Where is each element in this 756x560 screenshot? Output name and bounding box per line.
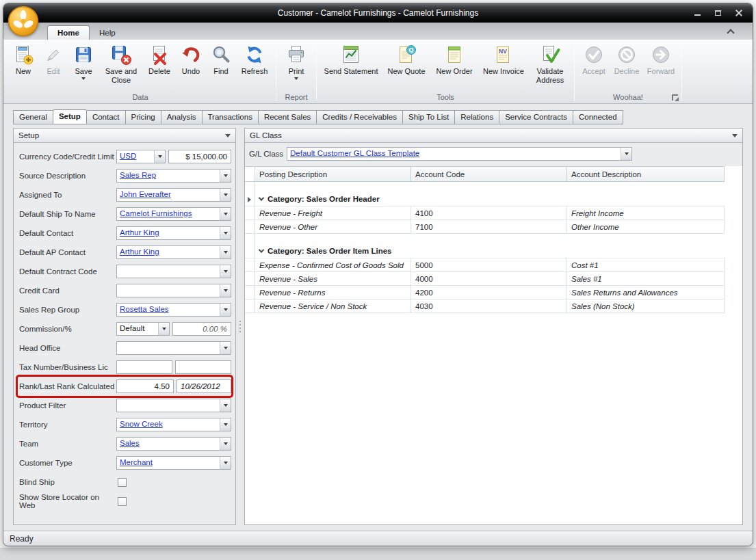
chevron-down-icon[interactable] <box>220 227 231 239</box>
territory-value[interactable]: Snow Creek <box>117 418 220 431</box>
chevron-down-icon[interactable] <box>154 150 165 163</box>
chevron-down-icon[interactable] <box>220 284 231 297</box>
currency-code-combo[interactable]: USD <box>116 150 166 163</box>
sales-rep-group-combo[interactable]: Rosetta Sales <box>116 303 231 317</box>
delete-button[interactable]: Delete <box>143 42 176 77</box>
chevron-down-icon[interactable] <box>81 77 86 80</box>
assigned-to-value[interactable]: John Everafter <box>117 189 220 201</box>
new-quote-button[interactable]: Q New Quote <box>382 42 430 77</box>
ribbon-tab-home[interactable]: Home <box>47 25 90 40</box>
chevron-down-icon[interactable] <box>220 170 231 182</box>
product-filter-combo[interactable] <box>116 399 231 412</box>
gl-class-combo[interactable]: Default Customer GL Class Template <box>287 147 632 161</box>
commission-percent-field[interactable]: 0.00 % <box>172 322 231 336</box>
maximize-button[interactable] <box>710 8 725 18</box>
undo-button[interactable]: Undo <box>176 42 206 77</box>
default-ship-to-name-combo[interactable]: Camelot Furnishings <box>116 207 231 221</box>
column-header-account-code[interactable]: Account Code <box>411 166 567 182</box>
last-rank-calculated-field[interactable]: 10/26/2012 <box>177 379 231 393</box>
table-row[interactable]: Revenue - Returns 4200 Sales Returns and… <box>245 286 742 299</box>
dialog-launcher-icon[interactable] <box>672 94 678 101</box>
business-lic-field[interactable] <box>175 360 231 374</box>
default-ap-contact-value[interactable]: Arthur King <box>117 246 220 258</box>
default-ship-to-name-value[interactable]: Camelot Furnishings <box>117 208 220 220</box>
print-button[interactable]: Print <box>279 42 313 81</box>
table-row[interactable]: Revenue - Freight 4100 Freight Income <box>245 206 742 220</box>
team-combo[interactable]: Sales <box>116 437 231 451</box>
product-filter-value[interactable] <box>117 399 220 412</box>
source-description-value[interactable]: Sales Rep <box>117 170 220 182</box>
chevron-down-icon[interactable] <box>220 265 231 278</box>
forward-button[interactable]: Forward <box>643 42 679 77</box>
send-statement-button[interactable]: Send Statement <box>320 42 382 77</box>
tab-pricing[interactable]: Pricing <box>126 110 161 124</box>
tab-transactions[interactable]: Transactions <box>203 110 259 124</box>
chevron-down-icon[interactable] <box>294 77 298 80</box>
panel-collapse-icon[interactable] <box>225 134 231 137</box>
refresh-button[interactable]: Refresh <box>236 42 273 77</box>
tab-relations[interactable]: Relations <box>455 110 499 124</box>
credit-limit-field[interactable]: $ 15,000.00 <box>168 150 231 163</box>
default-contact-combo[interactable]: Arthur King <box>116 226 231 240</box>
tab-general[interactable]: General <box>13 110 53 124</box>
gl-class-value[interactable]: Default Customer GL Class Template <box>287 148 621 160</box>
commission-value[interactable]: Default <box>117 323 158 335</box>
decline-button[interactable]: Decline <box>610 42 643 77</box>
currency-code-value[interactable]: USD <box>117 150 154 163</box>
chevron-down-icon[interactable] <box>220 399 231 412</box>
tab-analysis[interactable]: Analysis <box>161 110 203 124</box>
chevron-down-icon[interactable] <box>220 304 231 316</box>
credit-card-value[interactable] <box>117 284 220 297</box>
new-order-button[interactable]: New Order <box>430 42 478 77</box>
chevron-down-icon[interactable] <box>220 418 231 431</box>
tax-number-field[interactable] <box>116 360 172 374</box>
default-contract-code-value[interactable] <box>117 265 220 278</box>
head-office-value[interactable] <box>117 342 220 354</box>
tab-ship-to-list[interactable]: Ship To List <box>403 110 455 124</box>
source-description-combo[interactable]: Sales Rep <box>116 169 231 183</box>
team-value[interactable]: Sales <box>117 438 220 450</box>
commission-combo[interactable]: Default <box>116 322 170 336</box>
category-row-sales-order-header[interactable]: Category: Sales Order Header <box>245 192 742 206</box>
new-invoice-button[interactable]: NV New Invoice <box>478 42 529 77</box>
find-button[interactable]: Find <box>206 42 236 77</box>
head-office-combo[interactable] <box>116 341 231 355</box>
customer-type-value[interactable]: Merchant <box>117 457 220 469</box>
accept-button[interactable]: Accept <box>577 42 610 77</box>
default-contact-value[interactable]: Arthur King <box>117 227 220 239</box>
column-header-posting-description[interactable]: Posting Description <box>255 166 411 182</box>
column-header-account-description[interactable]: Account Description <box>567 166 725 182</box>
chevron-down-icon[interactable] <box>220 189 231 201</box>
table-row[interactable]: Revenue - Service / Non Stock 4030 Sales… <box>245 299 742 313</box>
blind-ship-checkbox[interactable] <box>118 478 127 487</box>
tab-contact[interactable]: Contact <box>87 110 126 124</box>
table-row[interactable]: Expense - Confirmed Cost of Goods Sold 5… <box>245 258 742 272</box>
chevron-down-icon[interactable] <box>259 195 264 200</box>
chevron-down-icon[interactable] <box>621 148 631 160</box>
chevron-down-icon[interactable] <box>220 208 231 220</box>
validate-address-button[interactable]: Validate Address <box>529 42 571 85</box>
table-row[interactable]: Revenue - Sales 4000 Sales #1 <box>245 272 742 286</box>
save-button[interactable]: Save <box>68 42 99 81</box>
panel-collapse-icon[interactable] <box>732 134 738 137</box>
chevron-down-icon[interactable] <box>259 247 264 252</box>
tab-setup[interactable]: Setup <box>53 109 87 124</box>
chevron-down-icon[interactable] <box>220 457 231 469</box>
rank-field[interactable]: 4.50 <box>116 379 174 393</box>
minimize-button[interactable] <box>690 8 705 18</box>
close-button[interactable] <box>731 8 746 18</box>
assigned-to-combo[interactable]: John Everafter <box>116 188 231 202</box>
chevron-down-icon[interactable] <box>220 342 231 354</box>
default-contract-code-combo[interactable] <box>116 265 231 278</box>
customer-type-combo[interactable]: Merchant <box>116 456 231 470</box>
tab-recent-sales[interactable]: Recent Sales <box>259 110 317 124</box>
chevron-down-icon[interactable] <box>220 438 231 450</box>
table-row[interactable]: Revenue - Other 7100 Other Income <box>245 220 742 234</box>
new-button[interactable]: New <box>8 42 39 77</box>
edit-button[interactable]: Edit <box>39 42 68 77</box>
tab-connected[interactable]: Connected <box>573 110 623 124</box>
sales-rep-group-value[interactable]: Rosetta Sales <box>117 304 220 316</box>
category-row-sales-order-item-lines[interactable]: Category: Sales Order Item Lines <box>245 244 742 258</box>
territory-combo[interactable]: Snow Creek <box>116 418 231 431</box>
chevron-down-icon[interactable] <box>158 323 169 335</box>
